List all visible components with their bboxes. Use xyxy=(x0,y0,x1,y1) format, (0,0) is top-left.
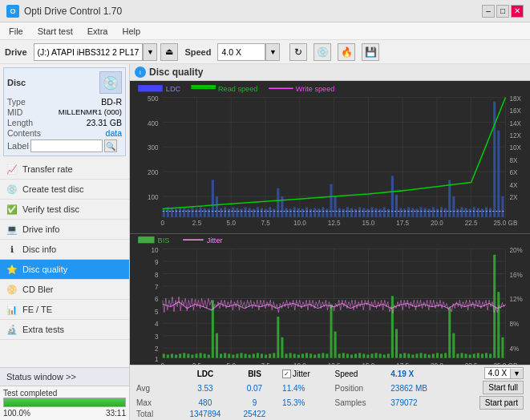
refresh-button[interactable]: ↻ xyxy=(289,43,307,61)
svg-rect-63 xyxy=(265,209,267,217)
time-elapsed: 33:11 xyxy=(106,409,126,418)
svg-rect-55 xyxy=(232,207,234,216)
svg-rect-223 xyxy=(366,355,369,358)
svg-text:6: 6 xyxy=(155,297,159,304)
transfer-rate-icon: 📈 xyxy=(6,164,18,175)
svg-text:14X: 14X xyxy=(510,120,522,127)
svg-rect-189 xyxy=(228,354,230,358)
svg-rect-41 xyxy=(175,209,177,217)
drive-select-arrow[interactable]: ▼ xyxy=(143,43,157,61)
svg-rect-91 xyxy=(379,209,382,217)
svg-text:2: 2 xyxy=(155,346,159,353)
speed-arrow[interactable]: ▼ xyxy=(265,43,280,61)
svg-rect-99 xyxy=(411,208,414,216)
drive-bar: Drive (J:) ATAPI iHBS312 2 PL17 ▼ ⏏ Spee… xyxy=(0,40,530,64)
svg-text:300: 300 xyxy=(148,144,159,151)
disc-info-icon: ℹ xyxy=(6,244,18,255)
nav-drive-info[interactable]: 💻 Drive info xyxy=(0,220,129,240)
svg-rect-242 xyxy=(444,353,447,358)
disc-mid-row: MID MILLENMR1 (000) xyxy=(7,107,122,117)
svg-rect-221 xyxy=(358,353,361,358)
nav-fe-te[interactable]: 📊 FE / TE xyxy=(0,300,129,320)
menu-help[interactable]: Help xyxy=(119,26,143,37)
progress-bar xyxy=(3,398,126,407)
burn-button[interactable]: 🔥 xyxy=(338,43,355,61)
svg-rect-190 xyxy=(232,355,234,358)
drive-select[interactable]: (J:) ATAPI iHBS312 2 PL17 xyxy=(34,43,144,61)
svg-rect-186 xyxy=(216,333,218,358)
status-window-button[interactable]: Status window >> xyxy=(0,368,129,386)
nav-verify-test-disc[interactable]: ✅ Verify test disc xyxy=(0,200,129,220)
svg-text:8X: 8X xyxy=(510,157,518,164)
svg-rect-57 xyxy=(240,209,242,217)
svg-rect-220 xyxy=(354,354,357,358)
svg-rect-1 xyxy=(138,85,163,91)
svg-text:400: 400 xyxy=(148,120,159,127)
ldc-avg: 3.53 xyxy=(177,382,233,396)
svg-rect-255 xyxy=(497,293,500,358)
svg-rect-198 xyxy=(265,355,267,358)
speed-dropdown-arrow[interactable]: ▼ xyxy=(510,369,523,378)
speed-select[interactable]: 4.0 X xyxy=(217,43,265,61)
close-button[interactable]: ✕ xyxy=(511,5,524,18)
svg-rect-117 xyxy=(485,207,488,216)
bis-header: BIS xyxy=(233,367,276,382)
svg-rect-74 xyxy=(310,209,312,217)
svg-rect-93 xyxy=(387,209,390,217)
label-action-button[interactable]: 🔍 xyxy=(104,139,117,152)
svg-rect-174 xyxy=(167,355,169,358)
nav-cd-bler[interactable]: 📀 CD Bler xyxy=(0,280,129,300)
disc-panel: Disc 💿 Type BD-R MID MILLENMR1 (000) Len… xyxy=(3,67,126,156)
svg-rect-199 xyxy=(269,354,271,358)
jitter-avg: 11.4% xyxy=(276,382,331,396)
svg-text:25.0 GB: 25.0 GB xyxy=(494,362,518,365)
nav-fe-te-label: FE / TE xyxy=(22,305,52,314)
svg-text:2.5: 2.5 xyxy=(192,220,202,227)
eject-button[interactable]: ⏏ xyxy=(160,43,178,61)
disc-button[interactable]: 💿 xyxy=(314,43,331,61)
save-button[interactable]: 💾 xyxy=(362,43,379,61)
svg-rect-179 xyxy=(187,354,189,358)
title-bar: O Opti Drive Control 1.70 – □ ✕ xyxy=(0,0,530,22)
svg-rect-115 xyxy=(477,208,479,216)
menu-start-test[interactable]: Start test xyxy=(35,26,75,37)
svg-rect-134 xyxy=(138,236,154,243)
jitter-checkbox[interactable]: ✓ xyxy=(282,370,291,378)
svg-rect-206 xyxy=(297,355,300,358)
svg-rect-82 xyxy=(342,209,345,217)
start-full-button[interactable]: Start full xyxy=(483,381,524,394)
svg-text:16X: 16X xyxy=(510,107,522,115)
label-input[interactable] xyxy=(30,139,103,152)
start-part-button[interactable]: Start part xyxy=(479,396,524,410)
top-chart: LDC Read speed Write speed xyxy=(130,81,530,234)
nav-extra-tests[interactable]: 🔬 Extra tests xyxy=(0,320,129,340)
svg-rect-225 xyxy=(375,353,378,358)
svg-rect-112 xyxy=(465,208,467,216)
ldc-header: LDC xyxy=(177,367,233,382)
svg-rect-205 xyxy=(293,354,296,358)
maximize-button[interactable]: □ xyxy=(496,5,509,18)
svg-rect-173 xyxy=(163,354,165,358)
total-label: Total xyxy=(133,410,177,418)
svg-rect-56 xyxy=(236,208,238,216)
nav-create-test-disc[interactable]: 💿 Create test disc xyxy=(0,180,129,200)
svg-rect-195 xyxy=(253,354,255,358)
svg-text:2.5: 2.5 xyxy=(192,362,202,365)
nav-cd-bler-label: CD Bler xyxy=(22,285,54,294)
nav-disc-info[interactable]: ℹ Disc info xyxy=(0,240,129,260)
svg-rect-191 xyxy=(236,354,238,358)
svg-rect-256 xyxy=(501,337,504,358)
svg-rect-245 xyxy=(456,354,459,358)
svg-rect-49 xyxy=(208,209,210,217)
svg-rect-248 xyxy=(469,355,471,358)
svg-rect-231 xyxy=(399,354,402,358)
nav-transfer-rate[interactable]: 📈 Transfer rate xyxy=(0,160,129,180)
nav-disc-quality[interactable]: ⭐ Disc quality xyxy=(0,260,129,280)
minimize-button[interactable]: – xyxy=(482,5,495,18)
menu-extra[interactable]: Extra xyxy=(85,26,111,37)
svg-rect-84 xyxy=(350,208,353,216)
svg-text:Write speed: Write speed xyxy=(296,85,335,93)
svg-text:100: 100 xyxy=(148,194,159,201)
menu-file[interactable]: File xyxy=(6,26,26,37)
svg-rect-227 xyxy=(383,355,386,358)
